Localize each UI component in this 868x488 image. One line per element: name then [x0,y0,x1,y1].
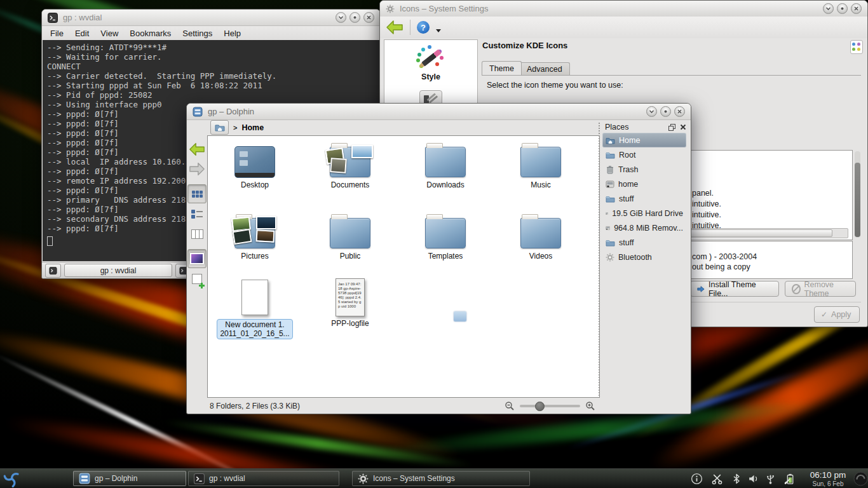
forward-button[interactable] [188,160,206,178]
chevron-down-icon[interactable] [436,29,441,32]
maximize-button[interactable] [660,106,671,117]
maximize-button[interactable] [837,3,848,14]
bluetooth-icon[interactable] [731,473,742,485]
folder-icon [330,218,370,248]
file-label: PPP-logfile [309,319,391,328]
folder-label: Videos [499,252,582,261]
taskbar-task-system-settings[interactable]: Icons – System Settings [352,471,530,486]
file-manager-icon [79,473,90,484]
dolphin-titlebar[interactable]: gp – Dolphin [187,104,691,120]
system-settings-titlebar[interactable]: Icons – System Settings [380,1,867,17]
breadcrumb-home[interactable]: Home [241,123,264,132]
back-arrow-icon[interactable] [386,20,403,35]
place-item-removable[interactable]: 964.8 MiB Remov... [602,220,686,235]
folder-item-documents[interactable]: Documents [309,142,391,189]
zoom-slider-handle[interactable] [535,402,545,411]
split-view-button[interactable] [188,270,206,288]
style-icon[interactable] [416,45,445,71]
folder-item-public[interactable]: Public [309,213,391,261]
detach-panel-icon[interactable] [668,124,675,131]
place-item-hard-drive[interactable]: 19.5 GiB Hard Drive [602,206,686,220]
pictures-folder-icon [234,218,275,248]
install-theme-button[interactable]: Install Theme File... [690,281,779,297]
menu-bookmarks[interactable]: Bookmarks [130,29,171,38]
tab-theme[interactable]: Theme [482,61,522,75]
split-view-icon [192,274,202,284]
maximize-button[interactable] [349,12,360,23]
clock-time: 06:10 pm [802,470,854,480]
folder-item-videos[interactable]: Videos [499,213,582,261]
folder-item-templates[interactable]: Templates [404,213,487,261]
window-dolphin: gp – Dolphin > Home [186,103,691,414]
minimize-button[interactable] [646,106,657,117]
close-panel-icon[interactable] [680,124,686,130]
folder-item-downloads[interactable]: Downloads [404,142,487,189]
panel-resize-grip[interactable] [599,123,600,396]
plasma-cashew-icon[interactable] [853,471,868,487]
taskbar-panel: gp – Dolphin gp : wvdial Icons – System … [0,468,868,488]
icons-view-icon [192,191,203,198]
taskbar-task-dolphin[interactable]: gp – Dolphin [73,471,186,486]
place-item-root[interactable]: Root [602,147,686,162]
menu-view[interactable]: View [100,29,118,38]
file-manager-icon [193,107,203,117]
apply-button[interactable]: ✓ Apply [814,306,860,323]
info-icon[interactable] [691,473,703,485]
zoom-in-icon[interactable] [585,401,595,411]
vertical-scrollbar-thumb[interactable] [855,163,860,237]
details-view-button[interactable] [188,205,206,223]
folder-icon [520,147,561,177]
desktop-folder-icon [234,146,275,178]
folder-item-pictures[interactable]: Pictures [214,213,296,261]
folder-label: Downloads [404,180,487,189]
volume-icon[interactable] [747,473,759,485]
menu-file[interactable]: File [50,29,64,38]
icons-view-button[interactable] [187,184,207,203]
details-view-icon [191,210,203,219]
zoom-out-icon[interactable] [505,401,515,411]
breadcrumb-home-button[interactable] [210,120,229,135]
place-item-bluetooth[interactable]: Bluetooth [602,250,686,264]
place-item-stuff-2[interactable]: stuff [602,235,686,250]
system-settings-toolbar: ? [380,17,867,38]
place-item-trash[interactable]: Trash [602,162,686,177]
remove-theme-button[interactable]: Remove Theme [785,281,856,297]
menu-settings[interactable]: Settings [182,29,212,38]
file-item-ppp-logfile[interactable]: Jan 17 09:47:18 gp-Aspire-5738 pppd[1946… [309,278,391,328]
help-icon[interactable]: ? [417,21,430,34]
zoom-slider[interactable] [520,405,580,407]
sidebar-item-style[interactable]: Style [384,72,477,81]
place-item-home-partition[interactable]: home [602,177,686,191]
document-icon [241,280,268,315]
back-button[interactable] [188,140,206,158]
konsole-menubar: File Edit View Bookmarks Settings Help [42,26,380,40]
menu-edit[interactable]: Edit [75,29,89,38]
preview-button[interactable] [187,249,207,268]
file-item-new-document[interactable]: New document 1. 2011_01_20_16_5... [214,278,296,339]
place-item-home[interactable]: Home [602,133,686,147]
folder-item-desktop[interactable]: Desktop [214,142,296,189]
konsole-titlebar[interactable]: gp : wvdial [42,10,380,26]
usb-device-icon[interactable] [764,473,776,485]
minimize-button[interactable] [823,3,834,14]
close-button[interactable] [851,3,862,14]
taskbar-clock[interactable]: 06:10 pm Sun, 6 Feb [802,470,854,487]
toolbar-separator [410,20,410,35]
taskbar-task-wvdial[interactable]: gp : wvdial [188,471,339,486]
clock-date: Sun, 6 Feb [802,480,854,488]
close-button[interactable] [363,12,374,23]
place-item-stuff[interactable]: stuff [602,191,686,206]
launcher-icon[interactable] [3,470,20,487]
close-button[interactable] [674,106,685,117]
hard-drive-icon [606,180,614,189]
tab-advanced[interactable]: Advanced [519,62,570,75]
menu-help[interactable]: Help [224,29,241,38]
overview-icon[interactable] [850,40,863,54]
klipper-scissors-icon[interactable] [711,473,723,485]
columns-view-button[interactable] [188,225,206,243]
minimize-button[interactable] [336,12,346,23]
terminal-tab[interactable]: gp : wvdial [64,264,172,277]
new-tab-button[interactable] [45,264,61,278]
battery-icon[interactable] [783,473,796,485]
folder-item-music[interactable]: Music [499,142,582,189]
